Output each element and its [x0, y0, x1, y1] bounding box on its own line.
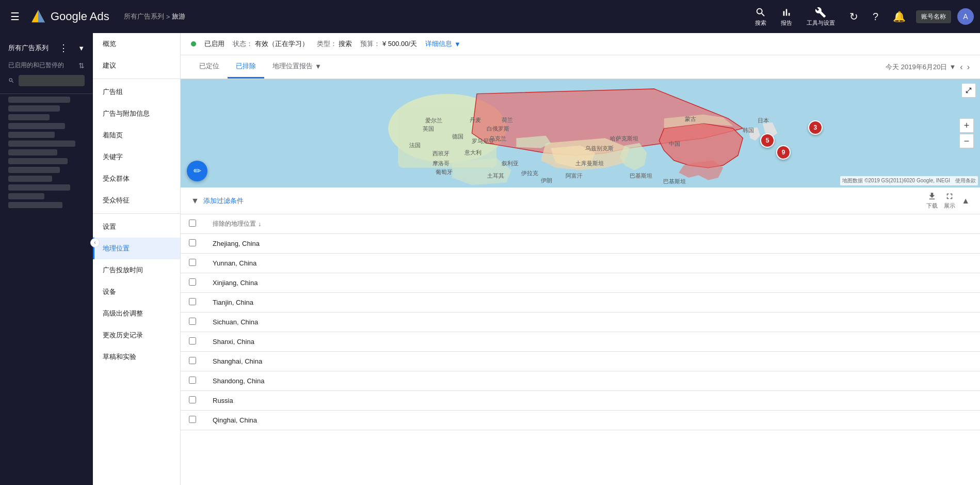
tools-nav-button[interactable]: 工具与设置 — [802, 5, 839, 29]
list-item[interactable] — [8, 123, 65, 129]
nav-item-history[interactable]: 更改历史记录 — [93, 324, 180, 346]
nav-item-bid-adj[interactable]: 高级出价调整 — [93, 303, 180, 324]
notifications-button[interactable]: 🔔 — [889, 6, 910, 27]
sidebar-filter-input[interactable] — [19, 75, 85, 86]
table-row: Tianjin, China — [181, 293, 980, 312]
svg-text:韩国: 韩国 — [743, 127, 754, 133]
row-checkbox[interactable] — [189, 239, 196, 246]
nav-item-landing[interactable]: 着陆页 — [93, 124, 180, 146]
col-location-header[interactable]: 排除的地理位置 ↓ — [204, 214, 980, 234]
select-all-checkbox[interactable] — [189, 220, 196, 227]
excluded-locations-table-area: ▼ 添加过滤条件 下载 展示 ▲ — [181, 187, 980, 485]
edit-location-button[interactable]: ✏ — [187, 161, 207, 181]
row-checkbox[interactable] — [189, 396, 196, 403]
sidebar-collapse-button[interactable]: ‹ — [90, 238, 93, 247]
list-item[interactable] — [8, 202, 62, 208]
map-zoom-out-button[interactable]: − — [959, 134, 974, 148]
help-button[interactable]: ? — [869, 7, 882, 27]
hamburger-menu[interactable]: ☰ — [6, 6, 24, 27]
map-zoom-in-button[interactable]: + — [959, 118, 974, 133]
date-next-button[interactable]: › — [967, 62, 970, 72]
list-item[interactable] — [8, 176, 52, 182]
tab-geo-report[interactable]: 地理位置报告 ▼ — [264, 55, 330, 79]
collapse-button[interactable]: ▲ — [961, 196, 970, 206]
list-item[interactable] — [8, 193, 44, 199]
nav-section-settings[interactable]: 设置 — [93, 216, 180, 238]
sidebar-sort-icon[interactable]: ⇅ — [78, 61, 85, 70]
map-expand-button[interactable] — [961, 83, 976, 98]
date-prev-button[interactable]: ‹ — [960, 62, 962, 72]
list-item[interactable] — [8, 132, 55, 138]
row-checkbox[interactable] — [189, 357, 196, 364]
location-map: 摩洛哥 法国 英国 西班牙 葡萄牙 德国 爱尔兰 意大利 罗马尼亚 白俄罗斯 乌… — [181, 79, 980, 187]
col-checkbox — [181, 214, 204, 234]
row-checkbox[interactable] — [189, 259, 196, 266]
svg-text:巴基斯坦: 巴基斯坦 — [630, 173, 652, 179]
reports-icon — [781, 7, 792, 18]
nav-item-ads-ext[interactable]: 广告与附加信息 — [93, 103, 180, 124]
nav-item-overview[interactable]: 概览 — [93, 33, 180, 55]
nav-item-audience-trait[interactable]: 受众特征 — [93, 190, 180, 211]
row-checkbox-cell — [181, 391, 204, 411]
svg-text:土耳其: 土耳其 — [487, 173, 504, 179]
list-item[interactable] — [8, 149, 57, 155]
list-item[interactable] — [8, 167, 60, 173]
nav-item-audience[interactable]: 受众群体 — [93, 168, 180, 190]
sidebar-options-icon[interactable]: ⋮ — [59, 42, 68, 54]
row-checkbox[interactable] — [189, 337, 196, 345]
date-picker[interactable]: 今天 2019年6月20日 ▼ — [886, 62, 956, 72]
location-tabs: 已定位 已排除 地理位置报告 ▼ 今天 2019年6月20日 ▼ ‹ › — [181, 55, 980, 79]
tabs-right: 今天 2019年6月20日 ▼ ‹ › — [886, 62, 970, 72]
reports-nav-button[interactable]: 报告 — [777, 5, 796, 29]
main-layout: 所有广告系列 ⋮ ▼ 已启用的和已暂停的 ⇅ — [0, 33, 980, 485]
expand-button[interactable]: 展示 — [944, 192, 955, 210]
list-item[interactable] — [8, 140, 75, 147]
row-location: Yunnan, China — [204, 254, 980, 273]
nav-item-adgroup[interactable]: 广告组 — [93, 81, 180, 103]
breadcrumb-parent[interactable]: 所有广告系列 — [124, 12, 164, 21]
tab-excluded[interactable]: 已排除 — [228, 55, 264, 79]
nav-item-drafts[interactable]: 草稿和实验 — [93, 346, 180, 368]
nav-item-suggestions[interactable]: 建议 — [93, 55, 180, 76]
sidebar-all-campaigns[interactable]: 所有广告系列 ⋮ ▼ — [0, 37, 93, 59]
list-item[interactable] — [8, 184, 70, 191]
sidebar-search-icon — [8, 77, 14, 84]
nav-item-geo[interactable]: 地理位置 — [93, 238, 180, 259]
search-nav-button[interactable]: 搜索 — [751, 5, 770, 29]
svg-text:巴基斯坦: 巴基斯坦 — [663, 178, 686, 184]
tab-targeted[interactable]: 已定位 — [191, 55, 228, 79]
download-button[interactable]: 下载 — [926, 192, 938, 210]
sidebar-expand-icon[interactable]: ▼ — [78, 44, 85, 52]
account-selector[interactable]: 账号名称 — [916, 10, 951, 23]
list-item[interactable] — [8, 105, 60, 112]
add-filter-button[interactable]: 添加过滤条件 — [203, 196, 244, 206]
list-item[interactable] — [8, 158, 68, 164]
row-checkbox[interactable] — [189, 318, 196, 325]
user-avatar[interactable]: A — [957, 8, 974, 25]
nav-item-adschedule[interactable]: 广告投放时间 — [93, 259, 180, 281]
map-cluster-3[interactable]: 3 — [808, 120, 823, 135]
nav-item-devices[interactable]: 设备 — [93, 281, 180, 303]
filter-icon[interactable]: ▼ — [191, 196, 199, 206]
svg-text:伊朗: 伊朗 — [541, 177, 552, 183]
table-row: Shandong, China — [181, 371, 980, 391]
sidebar-active-label: 已启用的和已暂停的 — [8, 61, 64, 70]
toolbar-left: ▼ 添加过滤条件 — [191, 196, 244, 206]
row-checkbox[interactable] — [189, 278, 196, 286]
row-checkbox[interactable] — [189, 416, 196, 423]
page-navigation: 概览 建议 广告组 广告与附加信息 着陆页 关键字 受众群体 受众特征 设置 地… — [93, 33, 181, 485]
map-cluster-9[interactable]: 9 — [776, 145, 791, 160]
edit-icon: ✏ — [194, 165, 201, 177]
app-title: Google Ads — [51, 10, 109, 23]
list-item[interactable] — [8, 97, 70, 103]
list-item[interactable] — [8, 114, 50, 120]
row-checkbox[interactable] — [189, 298, 196, 305]
svg-text:爱尔兰: 爱尔兰 — [425, 117, 442, 123]
table-header-row: 排除的地理位置 ↓ — [181, 214, 980, 234]
detail-link[interactable]: 详细信息 ▼ — [425, 39, 461, 49]
map-cluster-5[interactable]: 5 — [760, 133, 775, 148]
svg-text:乌克兰: 乌克兰 — [489, 135, 506, 142]
refresh-button[interactable]: ↻ — [845, 6, 862, 27]
nav-item-keywords[interactable]: 关键字 — [93, 146, 180, 168]
row-checkbox[interactable] — [189, 377, 196, 384]
